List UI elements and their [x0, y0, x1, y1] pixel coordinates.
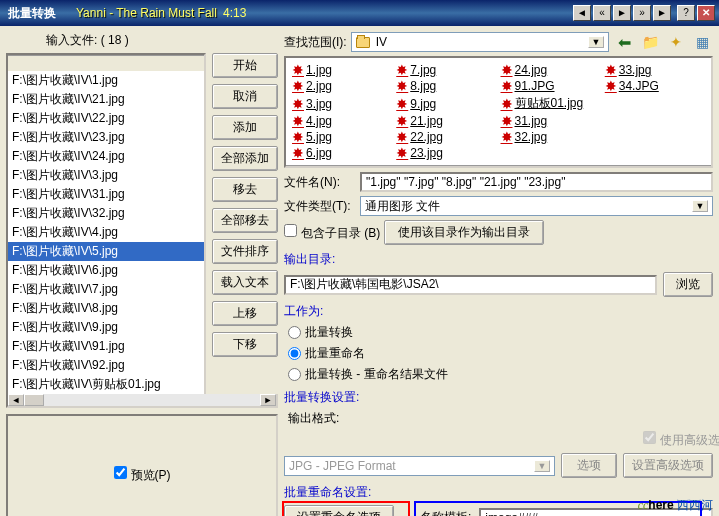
grid-hscroll[interactable]: ◄ ►: [286, 165, 711, 168]
grid-file[interactable]: ✸6.jpg: [290, 145, 394, 161]
include-sub-checkbox[interactable]: 包含子目录 (B): [284, 224, 354, 242]
help-icon[interactable]: ?: [677, 5, 695, 21]
file-row[interactable]: F:\图片收藏\IV\3.jpg: [8, 166, 204, 185]
image-icon: ✸: [292, 80, 304, 92]
cancel-button[interactable]: 取消: [212, 84, 278, 109]
file-row[interactable]: F:\图片收藏\IV\5.jpg: [8, 242, 204, 261]
workas-label: 工作为:: [284, 303, 713, 320]
lookin-combo[interactable]: IV ▼: [351, 32, 609, 52]
radio-rename[interactable]: [288, 347, 301, 360]
grid-file[interactable]: ✸4.jpg: [290, 113, 394, 129]
start-button[interactable]: 开始: [212, 53, 278, 78]
file-row[interactable]: F:\图片收藏\IV\8.jpg: [8, 299, 204, 318]
input-files-label: 输入文件: ( 18 ): [6, 32, 278, 49]
grid-file[interactable]: ✸34.JPG: [603, 78, 707, 94]
grid-file[interactable]: ✸9.jpg: [394, 94, 498, 113]
file-row[interactable]: F:\图片收藏\IV\9.jpg: [8, 318, 204, 337]
use-adv-checkbox: 使用高级选项: [643, 431, 713, 449]
grid-file[interactable]: ✸3.jpg: [290, 94, 394, 113]
grid-file: [603, 113, 707, 129]
grid-file[interactable]: ✸5.jpg: [290, 129, 394, 145]
window-title: 批量转换: [8, 5, 56, 22]
image-icon: ✸: [292, 98, 304, 110]
file-row[interactable]: F:\图片收藏\IV\4.jpg: [8, 223, 204, 242]
file-browser[interactable]: ✸1.jpg✸7.jpg✸24.jpg✸33.jpg✸2.jpg✸8.jpg✸9…: [284, 56, 713, 168]
file-row[interactable]: F:\图片收藏\IV\31.jpg: [8, 185, 204, 204]
fwd-icon[interactable]: »: [633, 5, 651, 21]
grid-file[interactable]: ✸33.jpg: [603, 62, 707, 78]
image-icon: ✸: [396, 115, 408, 127]
filetype-combo[interactable]: 通用图形 文件 ▼: [360, 196, 713, 216]
scroll-left-icon[interactable]: ◄: [8, 394, 24, 406]
outfmt-label: 输出格式:: [284, 410, 713, 427]
image-icon: ✸: [396, 98, 408, 110]
file-row[interactable]: F:\图片收藏\IV\23.jpg: [8, 128, 204, 147]
file-row[interactable]: F:\图片收藏\IV\1.jpg: [8, 71, 204, 90]
image-icon: ✸: [292, 131, 304, 143]
grid-file[interactable]: ✸21.jpg: [394, 113, 498, 129]
preview-checkbox[interactable]: 预览(P): [114, 468, 171, 482]
grid-file[interactable]: ✸24.jpg: [499, 62, 603, 78]
remove-button[interactable]: 移去: [212, 177, 278, 202]
image-icon: ✸: [396, 147, 408, 159]
grid-file[interactable]: ✸8.jpg: [394, 78, 498, 94]
view-icon[interactable]: ▦: [691, 32, 713, 52]
chevron-down-icon[interactable]: ▼: [588, 36, 604, 48]
back-icon[interactable]: ⬅: [613, 32, 635, 52]
outputdir-input[interactable]: [284, 275, 657, 295]
scroll-right-icon[interactable]: ►: [260, 394, 276, 406]
lookin-value: IV: [376, 35, 387, 49]
move-up-button[interactable]: 上移: [212, 301, 278, 326]
radio-convert[interactable]: [288, 326, 301, 339]
filename-input[interactable]: [360, 172, 713, 192]
filename-label: 文件名(N):: [284, 174, 354, 191]
load-text-button[interactable]: 载入文本: [212, 270, 278, 295]
preview-panel: 预览(P): [6, 414, 278, 516]
file-row[interactable]: F:\图片收藏\IV\6.jpg: [8, 261, 204, 280]
up-folder-icon[interactable]: 📁: [639, 32, 661, 52]
prev-icon[interactable]: ◄: [573, 5, 591, 21]
input-file-list[interactable]: F:\图片收藏\IV\1.jpgF:\图片收藏\IV\21.jpgF:\图片收藏…: [6, 53, 206, 396]
file-row[interactable]: F:\图片收藏\IV\92.jpg: [8, 356, 204, 375]
grid-file[interactable]: ✸1.jpg: [290, 62, 394, 78]
file-row[interactable]: F:\图片收藏\IV\32.jpg: [8, 204, 204, 223]
image-icon: ✸: [501, 98, 513, 110]
grid-file[interactable]: ✸31.jpg: [499, 113, 603, 129]
file-row[interactable]: F:\图片收藏\IV\7.jpg: [8, 280, 204, 299]
format-combo: JPG - JPEG Format▼: [284, 456, 555, 476]
scroll-thumb[interactable]: [24, 394, 44, 406]
grid-file[interactable]: ✸32.jpg: [499, 129, 603, 145]
add-all-button[interactable]: 全部添加: [212, 146, 278, 171]
grid-file[interactable]: ✸23.jpg: [394, 145, 498, 161]
new-folder-icon[interactable]: ✦: [665, 32, 687, 52]
file-row[interactable]: F:\图片收藏\IV\21.jpg: [8, 90, 204, 109]
grid-file[interactable]: ✸2.jpg: [290, 78, 394, 94]
file-row[interactable]: F:\图片收藏\IV\22.jpg: [8, 109, 204, 128]
use-dir-button[interactable]: 使用该目录作为输出目录: [384, 220, 544, 245]
grid-file[interactable]: ✸91.JPG: [499, 78, 603, 94]
grid-file: [499, 145, 603, 161]
play-icon[interactable]: ►: [613, 5, 631, 21]
media-buttons: ◄ « ► » ►: [573, 5, 671, 21]
hscrollbar[interactable]: ◄ ►: [6, 394, 278, 408]
grid-file[interactable]: ✸22.jpg: [394, 129, 498, 145]
file-row[interactable]: F:\图片收藏\IV\24.jpg: [8, 147, 204, 166]
move-down-button[interactable]: 下移: [212, 332, 278, 357]
grid-file: [603, 145, 707, 161]
grid-file[interactable]: ✸7.jpg: [394, 62, 498, 78]
remove-all-button[interactable]: 全部移去: [212, 208, 278, 233]
close-icon[interactable]: ✕: [697, 5, 715, 21]
grid-file[interactable]: ✸剪贴板01.jpg: [499, 94, 603, 113]
browse-button[interactable]: 浏览: [663, 272, 713, 297]
sort-button[interactable]: 文件排序: [212, 239, 278, 264]
image-icon: ✸: [605, 64, 617, 76]
add-button[interactable]: 添加: [212, 115, 278, 140]
rew-icon[interactable]: «: [593, 5, 611, 21]
image-icon: ✸: [501, 80, 513, 92]
next-icon[interactable]: ►: [653, 5, 671, 21]
file-row[interactable]: F:\图片收藏\IV\91.jpg: [8, 337, 204, 356]
image-icon: ✸: [292, 115, 304, 127]
radio-convert-rename[interactable]: [288, 368, 301, 381]
file-row[interactable]: F:\图片收藏\IV\剪贴板01.jpg: [8, 375, 204, 394]
chevron-down-icon[interactable]: ▼: [692, 200, 708, 212]
